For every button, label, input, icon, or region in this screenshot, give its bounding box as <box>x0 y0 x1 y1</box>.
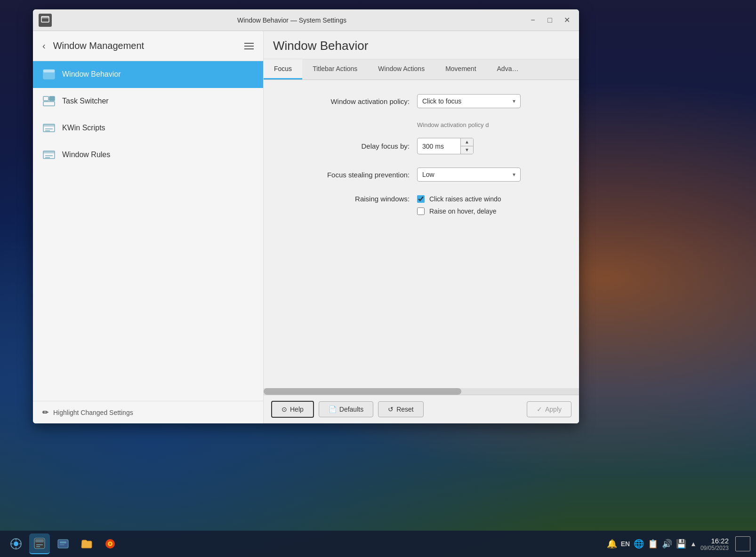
sidebar: ‹ Window Management <box>33 31 264 423</box>
activation-policy-subtitle: Window activation policy d <box>417 121 565 128</box>
focus-stealing-label: Focus stealing prevention: <box>278 171 410 179</box>
taskbar-firefox[interactable] <box>100 533 121 554</box>
tab-window-actions[interactable]: Window Actions <box>368 59 435 80</box>
clock-date: 09/05/2023 <box>700 545 729 551</box>
task-switcher-icon <box>42 95 56 108</box>
delay-focus-spinbox[interactable]: 300 ms ▲ ▼ <box>417 138 474 154</box>
window-behavior-icon <box>42 68 56 81</box>
delay-focus-label: Delay focus by: <box>278 142 410 150</box>
click-raises-row: Click raises active windo <box>417 195 501 203</box>
raise-hover-checkbox[interactable] <box>417 207 425 215</box>
svg-rect-1 <box>41 16 49 18</box>
focus-stealing-dropdown[interactable]: Low ▾ <box>417 167 521 182</box>
horizontal-scrollbar-thumb[interactable] <box>264 388 461 395</box>
window-rules-label: Window Rules <box>62 151 110 159</box>
taskbar-discover[interactable] <box>53 533 73 554</box>
defaults-label: Defaults <box>339 406 363 413</box>
hamburger-line-1 <box>244 43 254 44</box>
taskbar-systray: 🔔 EN 🌐 📋 🔊 💾 ▲ 16:22 09/05/2023 <box>607 536 750 551</box>
svg-rect-25 <box>58 540 68 548</box>
hamburger-line-2 <box>244 46 254 47</box>
raising-windows-label: Raising windows: <box>278 195 410 203</box>
reset-label: Reset <box>396 406 414 413</box>
delay-focus-value: 300 ms <box>418 140 460 153</box>
task-switcher-label: Task Switcher <box>62 97 109 105</box>
tabs-bar: Focus Titlebar Actions Window Actions Mo… <box>264 59 579 80</box>
click-raises-checkbox[interactable] <box>417 195 425 203</box>
checkmark-icon: ✓ <box>537 406 542 413</box>
raising-windows-row: Raising windows: Click raises active win… <box>278 195 565 215</box>
sidebar-title: Window Management <box>53 40 144 51</box>
tab-focus[interactable]: Focus <box>264 59 302 80</box>
clock-time: 16:22 <box>700 537 729 545</box>
svg-rect-3 <box>43 70 55 72</box>
svg-rect-22 <box>35 539 44 542</box>
maximize-button[interactable]: □ <box>543 14 556 27</box>
window-body: ‹ Window Management <box>33 31 579 423</box>
horizontal-scrollbar[interactable] <box>264 388 579 395</box>
svg-rect-6 <box>43 102 55 106</box>
taskbar-kde-menu[interactable] <box>6 533 26 554</box>
hamburger-button[interactable] <box>242 41 256 51</box>
kwin-scripts-label: KWin Scripts <box>62 124 105 132</box>
language-indicator[interactable]: EN <box>621 540 630 548</box>
sidebar-item-window-rules[interactable]: Window Rules <box>33 142 263 168</box>
save-icon[interactable]: 💾 <box>676 539 686 549</box>
activation-policy-row: Window activation policy: Click to focus… <box>278 94 565 108</box>
activation-policy-dropdown[interactable]: Click to focus ▾ <box>417 94 521 108</box>
spinbox-controls: ▲ ▼ <box>460 138 473 154</box>
bell-icon[interactable]: 🔔 <box>607 539 617 549</box>
chevron-down-icon-2: ▾ <box>513 171 515 178</box>
sidebar-item-task-switcher[interactable]: Task Switcher <box>33 88 263 115</box>
close-button[interactable]: ✕ <box>560 14 573 27</box>
focus-stealing-value: Low <box>422 171 434 178</box>
help-label: Help <box>290 406 304 413</box>
show-desktop-button[interactable] <box>735 536 750 551</box>
svg-rect-4 <box>43 96 48 101</box>
app-icon <box>39 14 52 27</box>
taskbar-system-settings[interactable] <box>29 533 50 554</box>
back-button[interactable]: ‹ <box>40 39 48 53</box>
hamburger-line-3 <box>244 48 254 49</box>
activation-policy-value: Click to focus <box>422 97 461 105</box>
sidebar-item-window-behavior[interactable]: Window Behavior <box>33 61 263 88</box>
main-content: Window Behavior Focus Titlebar Actions W… <box>264 31 579 423</box>
window-rules-icon <box>42 148 56 161</box>
main-window: Window Behavior — System Settings − □ ✕ … <box>33 9 579 423</box>
defaults-icon: 📄 <box>329 406 337 413</box>
help-icon: ⊙ <box>281 406 287 413</box>
reset-button[interactable]: ↺ Reset <box>378 401 424 417</box>
window-title: Window Behavior — System Settings <box>57 16 526 24</box>
raise-hover-label: Raise on hover, delaye <box>429 207 496 215</box>
clipboard-icon[interactable]: 📋 <box>648 539 658 549</box>
highlight-changed-settings-button[interactable]: ✏ Highlight Changed Settings <box>33 401 263 423</box>
svg-rect-12 <box>43 151 55 153</box>
taskbar: 🔔 EN 🌐 📋 🔊 💾 ▲ 16:22 09/05/2023 <box>0 531 756 557</box>
apply-button[interactable]: ✓ Apply <box>527 401 571 417</box>
tab-titlebar-actions[interactable]: Titlebar Actions <box>302 59 368 80</box>
volume-icon[interactable]: 🔊 <box>662 539 672 549</box>
svg-point-16 <box>14 541 18 546</box>
tab-advanced[interactable]: Adva… <box>487 59 529 80</box>
defaults-button[interactable]: 📄 Defaults <box>319 401 373 417</box>
reset-icon: ↺ <box>388 406 394 413</box>
spinbox-down-button[interactable]: ▼ <box>461 146 473 154</box>
chevron-down-icon: ▾ <box>513 98 515 104</box>
tab-movement[interactable]: Movement <box>435 59 486 80</box>
spinbox-up-button[interactable]: ▲ <box>461 138 473 146</box>
pencil-icon: ✏ <box>42 408 48 417</box>
sidebar-item-kwin-scripts[interactable]: KWin Scripts <box>33 115 263 142</box>
system-clock[interactable]: 16:22 09/05/2023 <box>700 537 729 551</box>
window-behavior-label: Window Behavior <box>62 70 121 79</box>
click-raises-label: Click raises active windo <box>429 195 501 203</box>
apply-label: Apply <box>545 406 562 413</box>
page-title: Window Behavior <box>273 39 570 53</box>
arrow-up-icon[interactable]: ▲ <box>690 540 697 548</box>
minimize-button[interactable]: − <box>526 14 539 27</box>
svg-point-30 <box>109 543 111 545</box>
activation-policy-label: Window activation policy: <box>278 97 410 105</box>
taskbar-files[interactable] <box>76 533 97 554</box>
svg-rect-26 <box>60 541 66 543</box>
help-button[interactable]: ⊙ Help <box>271 401 314 418</box>
network-icon[interactable]: 🌐 <box>634 539 644 549</box>
